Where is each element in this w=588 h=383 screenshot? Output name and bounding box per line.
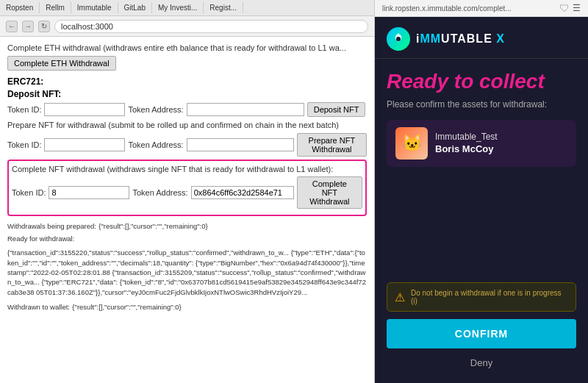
token-id-input-complete[interactable]: [49, 186, 129, 199]
deny-button[interactable]: Deny: [387, 354, 576, 371]
right-header: iMMUTABLE X: [375, 17, 588, 59]
token-address-label-deposit: Token Address:: [128, 105, 183, 114]
warning-text: Do not begin a withdrawal if one is in p…: [411, 289, 568, 305]
token-id-label-complete: Token ID:: [12, 188, 46, 197]
right-panel: link.ropsten.x.immutable.com/complet... …: [375, 0, 588, 383]
deposit-nft-section: Deposit NFT: Token ID: Token Address: De…: [7, 89, 367, 117]
ready-subtitle: Please confirm the assets for withdrawal…: [387, 99, 576, 110]
complete-eth-withdrawal-button[interactable]: Complete ETH Withdrawal: [7, 56, 116, 71]
token-address-input-deposit[interactable]: [187, 103, 304, 116]
eth-section: Complete ETH withdrawal (withdraws entir…: [7, 43, 367, 71]
deposit-nft-label: Deposit NFT:: [7, 89, 367, 99]
right-address-text: link.ropsten.x.immutable.com/complet...: [382, 4, 512, 12]
deposit-nft-button[interactable]: Deposit NFT: [307, 102, 366, 117]
erc-title: ERC721:: [7, 76, 367, 87]
token-id-label-prepare: Token ID:: [7, 140, 41, 149]
eth-desc: Complete ETH withdrawal (withdraws entir…: [7, 43, 367, 53]
svg-point-0: [396, 37, 401, 41]
left-panel: Ropsten Rellm Immutable GitLab My Invest…: [0, 0, 375, 383]
tab-ropsten[interactable]: Ropsten: [0, 2, 40, 13]
shield-icon: 🛡: [559, 2, 570, 14]
back-button[interactable]: ←: [6, 21, 18, 32]
token-address-input-complete[interactable]: [191, 186, 294, 199]
menu-icon: ☰: [573, 3, 581, 13]
asset-owner: Boris McCoy: [435, 143, 498, 154]
withdrawals-preparing-label: Withdrawals being prepared:: [7, 222, 96, 230]
page-content: Complete ETH withdrawal (withdraws entir…: [0, 37, 374, 383]
tab-gitlab[interactable]: GitLab: [118, 2, 152, 13]
withdrawn-to-wallet: Withdrawn to wallet: {"result":[],"curso…: [7, 301, 367, 312]
token-id-input-deposit[interactable]: [44, 103, 125, 116]
prepare-nft-desc: Prepare NFT for withdrawal (submit to be…: [7, 120, 367, 130]
right-address-bar: link.ropsten.x.immutable.com/complet... …: [375, 0, 588, 17]
ready-for-withdrawal: Ready for withdrawal: {"transaction_id":…: [7, 234, 367, 297]
tab-regist[interactable]: Regist...: [204, 2, 243, 13]
right-content: Ready to collect Please confirm the asse…: [375, 59, 588, 383]
tab-rellm[interactable]: Rellm: [40, 2, 71, 13]
immutable-logo: iMMUTABLE X: [387, 27, 505, 51]
ready-title: Ready to collect: [387, 71, 576, 93]
browser-chrome: ← → ↻ localhost:3000: [0, 16, 374, 37]
withdrawals-preparing: Withdrawals being prepared: {"result":[]…: [7, 221, 367, 231]
warning-icon: ⚠: [395, 290, 405, 304]
complete-nft-form: Token ID: Token Address: Complete NFT Wi…: [12, 176, 362, 209]
ready-value: {"transaction_id":3155220,"status":"succ…: [7, 248, 367, 296]
asset-name: Immutable_Test: [435, 132, 498, 142]
complete-nft-section: Complete NFT withdrawal (withdraws singl…: [7, 160, 367, 216]
logo-icon: [387, 27, 410, 51]
reload-button[interactable]: ↻: [38, 21, 50, 32]
prepare-nft-section: Prepare NFT for withdrawal (submit to be…: [7, 120, 367, 156]
forward-button[interactable]: →: [22, 21, 34, 32]
warning-box: ⚠ Do not begin a withdrawal if one is in…: [387, 282, 576, 312]
pink-arrow: ➤: [373, 168, 374, 196]
withdrawals-preparing-value: {"result":[],"cursor":"","remaining":0}: [98, 222, 207, 230]
token-address-label-prepare: Token Address:: [128, 140, 183, 149]
complete-nft-button[interactable]: Complete NFT Withdrawal: [297, 176, 362, 209]
tab-my-investi[interactable]: My Investi...: [152, 2, 204, 13]
asset-card: 🐱 Immutable_Test Boris McCoy: [387, 120, 576, 167]
withdrawn-label: Withdrawn to wallet:: [7, 303, 70, 311]
asset-icon: 🐱: [395, 127, 428, 160]
tab-bar: Ropsten Rellm Immutable GitLab My Invest…: [0, 0, 374, 16]
confirm-button[interactable]: CONFIRM: [387, 319, 576, 348]
token-address-label-complete: Token Address:: [132, 188, 187, 197]
tab-immutable[interactable]: Immutable: [71, 2, 118, 13]
token-id-input-prepare[interactable]: [44, 138, 125, 151]
ready-label: Ready for withdrawal:: [7, 234, 367, 243]
prepare-nft-button[interactable]: Prepare NFT Withdrawal: [297, 133, 367, 157]
spacer: [387, 177, 576, 282]
token-address-input-prepare[interactable]: [187, 138, 294, 151]
deposit-nft-form: Token ID: Token Address: Deposit NFT: [7, 102, 367, 117]
withdrawn-value: {"result":[],"cursor":"","remaining":0}: [72, 303, 181, 311]
token-id-label-deposit: Token ID:: [7, 105, 41, 114]
logo-text: iMMUTABLE X: [416, 32, 505, 46]
complete-nft-desc: Complete NFT withdrawal (withdraws singl…: [12, 164, 362, 174]
prepare-nft-form: Token ID: Token Address: Prepare NFT Wit…: [7, 133, 367, 157]
asset-info: Immutable_Test Boris McCoy: [435, 132, 498, 154]
address-bar[interactable]: localhost:3000: [54, 20, 368, 33]
